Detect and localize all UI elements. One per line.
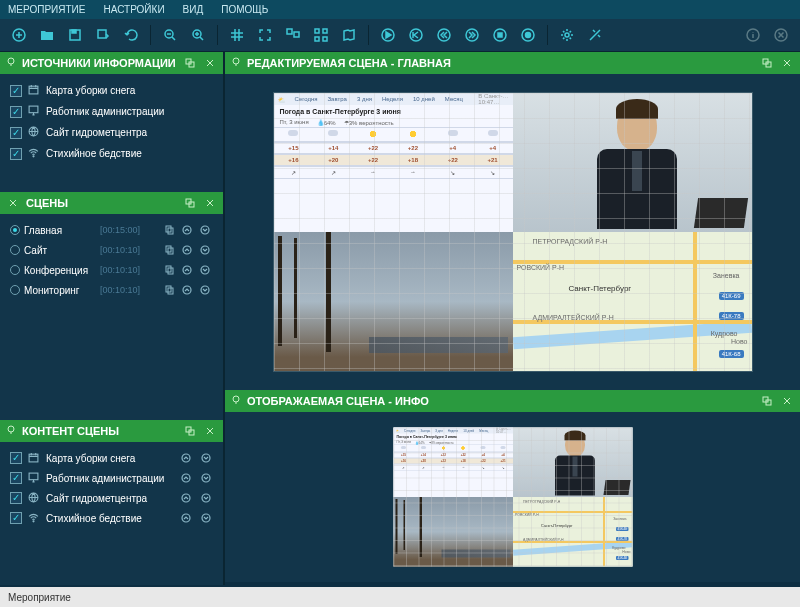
radio[interactable] — [10, 285, 20, 295]
weather-nav: Завтра — [328, 96, 347, 102]
admin-worker-tile[interactable] — [513, 428, 633, 498]
up-icon[interactable] — [179, 471, 193, 485]
down-icon[interactable] — [198, 283, 212, 297]
weather-loc: В Санкт-…10:47… — [495, 428, 510, 434]
close-icon[interactable] — [203, 56, 217, 70]
checkbox[interactable] — [10, 472, 22, 484]
svg-rect-54 — [29, 473, 38, 480]
copy-icon[interactable] — [162, 223, 176, 237]
close-icon[interactable] — [780, 394, 794, 408]
rew-icon[interactable] — [431, 23, 457, 47]
map-city-label: Санкт-Петербург — [541, 523, 572, 528]
editor-canvas[interactable]: ⛅СегодняЗавтра3 дняНеделя10 днейМесяцВ С… — [273, 92, 753, 372]
display-preview-wrap: ⛅СегодняЗавтра3 дняНеделя10 днейМесяцВ С… — [225, 412, 800, 582]
up-icon[interactable] — [180, 283, 194, 297]
dock-icon[interactable] — [183, 196, 197, 210]
checkbox[interactable] — [10, 512, 22, 524]
close-icon[interactable] — [203, 196, 217, 210]
dock-icon[interactable] — [760, 56, 774, 70]
save-as-icon[interactable] — [90, 23, 116, 47]
up-icon[interactable] — [180, 243, 194, 257]
zoom-in-icon[interactable] — [185, 23, 211, 47]
down-icon[interactable] — [198, 243, 212, 257]
weather-tile[interactable]: ⛅СегодняЗавтра3 дняНеделя10 днейМесяцВ С… — [393, 428, 513, 498]
tiles-icon[interactable] — [280, 23, 306, 47]
stop-icon[interactable] — [487, 23, 513, 47]
scene-row: Конференция [00:10:10] — [8, 260, 215, 280]
fwd-icon[interactable] — [459, 23, 485, 47]
menu-view[interactable]: ВИД — [183, 4, 204, 15]
new-icon[interactable] — [6, 23, 32, 47]
up-icon[interactable] — [179, 451, 193, 465]
down-icon[interactable] — [199, 451, 213, 465]
copy-icon[interactable] — [162, 263, 176, 277]
dock-icon[interactable] — [183, 56, 197, 70]
checkbox[interactable] — [10, 452, 22, 464]
close-icon[interactable] — [780, 56, 794, 70]
up-icon[interactable] — [180, 223, 194, 237]
menu-event[interactable]: МЕРОПРИЯТИЕ — [8, 4, 85, 15]
calendar-icon — [28, 84, 40, 97]
tools-icon[interactable] — [582, 23, 608, 47]
down-icon[interactable] — [198, 223, 212, 237]
map-place-label: Кудрово — [612, 546, 625, 550]
wifi-icon — [28, 147, 40, 160]
radio[interactable] — [10, 245, 20, 255]
menu-help[interactable]: ПОМОЩЬ — [221, 4, 268, 15]
weather-sub: Пт, 3 июня💧64%☂3% вероятность — [274, 118, 513, 127]
undo-icon[interactable] — [118, 23, 144, 47]
save-icon[interactable] — [62, 23, 88, 47]
disaster-tile[interactable] — [274, 232, 513, 371]
up-icon[interactable] — [179, 511, 193, 525]
open-icon[interactable] — [34, 23, 60, 47]
weather-nav: Завтра — [420, 429, 430, 432]
up-icon[interactable] — [179, 491, 193, 505]
checkbox[interactable] — [10, 127, 22, 139]
admin-worker-tile[interactable] — [513, 93, 752, 232]
checkbox[interactable] — [10, 492, 22, 504]
close-icon[interactable] — [6, 196, 20, 210]
svg-point-60 — [33, 520, 34, 521]
play-icon[interactable] — [375, 23, 401, 47]
gear-icon[interactable] — [554, 23, 580, 47]
radio[interactable] — [10, 265, 20, 275]
weather-loc: В Санкт-…10:47… — [478, 93, 508, 105]
close-icon[interactable] — [203, 424, 217, 438]
map-icon[interactable] — [336, 23, 362, 47]
grid-icon[interactable] — [224, 23, 250, 47]
down-icon[interactable] — [199, 491, 213, 505]
checkbox[interactable] — [10, 148, 22, 160]
map-marker: 41К-68 — [719, 350, 744, 358]
map-district-label: РОВСКИЙ Р-Н — [517, 264, 565, 271]
copy-icon[interactable] — [162, 243, 176, 257]
down-icon[interactable] — [199, 471, 213, 485]
map-tile[interactable]: ПЕТРОГРАДСКИЙ Р-Н РОВСКИЙ Р-Н Санкт-Пете… — [513, 232, 752, 371]
rec-icon[interactable] — [515, 23, 541, 47]
display-canvas: ⛅СегодняЗавтра3 дняНеделя10 днейМесяцВ С… — [393, 427, 633, 567]
map-tile[interactable]: ПЕТРОГРАДСКИЙ Р-Н РОВСКИЙ Р-Н Санкт-Пете… — [513, 497, 633, 567]
content-row: Работник администрации — [8, 468, 215, 488]
dock-icon[interactable] — [183, 424, 197, 438]
up-icon[interactable] — [180, 263, 194, 277]
svg-point-42 — [183, 266, 191, 274]
map-marker: 41К-78 — [719, 312, 744, 320]
down-icon[interactable] — [199, 511, 213, 525]
disaster-tile[interactable] — [393, 497, 513, 567]
copy-icon[interactable] — [162, 283, 176, 297]
radio[interactable] — [10, 225, 20, 235]
checkbox[interactable] — [10, 85, 22, 97]
prev-icon[interactable] — [403, 23, 429, 47]
map-district-label: ПЕТРОГРАДСКИЙ Р-Н — [533, 238, 608, 245]
close-app-icon[interactable] — [768, 23, 794, 47]
fit-icon[interactable] — [252, 23, 278, 47]
info-icon[interactable] — [740, 23, 766, 47]
weather-tile[interactable]: ⛅СегодняЗавтра3 дняНеделя10 днейМесяцВ С… — [274, 93, 513, 232]
zoom-out-icon[interactable] — [157, 23, 183, 47]
checkbox[interactable] — [10, 106, 22, 118]
down-icon[interactable] — [198, 263, 212, 277]
grid4-icon[interactable] — [308, 23, 334, 47]
menu-settings[interactable]: НАСТРОЙКИ — [103, 4, 164, 15]
source-row: Сайт гидрометцентра — [8, 122, 215, 143]
editor-canvas-wrap: ⛅СегодняЗавтра3 дняНеделя10 днейМесяцВ С… — [225, 74, 800, 390]
dock-icon[interactable] — [760, 394, 774, 408]
